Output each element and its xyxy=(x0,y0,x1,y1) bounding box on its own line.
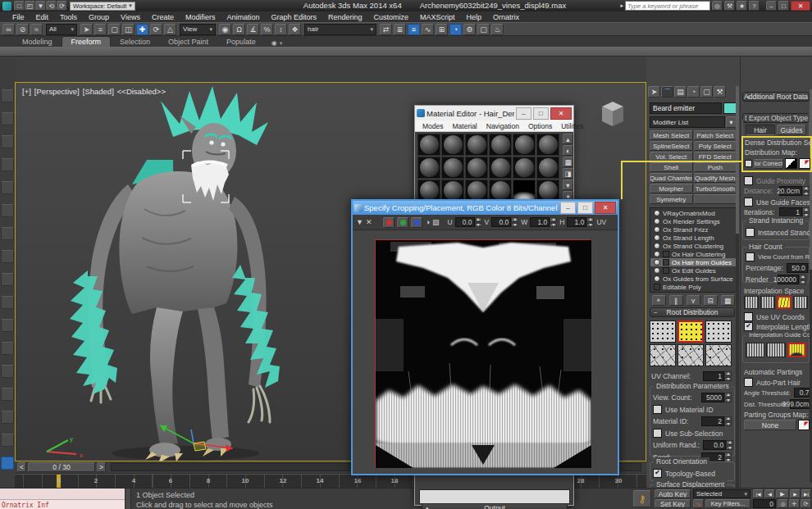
uniform-rand-value[interactable]: 0.0 xyxy=(703,440,726,450)
sample-slot[interactable] xyxy=(465,157,488,179)
modify-tab-icon[interactable]: ⌒ xyxy=(661,86,673,98)
rollout-additional-root-data[interactable]: + Additional Root Data xyxy=(742,92,810,102)
new-key-curve-icon[interactable]: ∿ xyxy=(693,499,704,508)
w-value[interactable]: 1.0 xyxy=(530,217,550,227)
open-file-icon[interactable]: ◰ xyxy=(25,1,35,11)
pin-stack-icon[interactable]: ⌖ xyxy=(652,295,666,306)
menu-edit[interactable]: Edit xyxy=(30,13,55,21)
window-crossing-icon[interactable]: ◫ xyxy=(122,24,135,35)
stack-item[interactable]: Ox Render Settings xyxy=(650,217,736,225)
v-value[interactable]: 0.0 xyxy=(491,217,511,227)
stack-item[interactable]: Ox Edit Guides xyxy=(650,266,736,275)
mirror-icon[interactable]: ⇄ xyxy=(380,24,392,35)
me-side-tool-icon[interactable]: ▴ xyxy=(563,134,573,144)
use-material-id-checkbox[interactable] xyxy=(653,405,662,414)
side-tool-icon[interactable] xyxy=(1,411,14,424)
blue-channel-icon[interactable] xyxy=(411,217,422,228)
parting-map-none-button[interactable]: None xyxy=(744,420,796,430)
search-binoculars-icon[interactable]: ◎ xyxy=(712,1,723,11)
menu-file[interactable]: File xyxy=(7,13,30,21)
color-correction-map-button[interactable]: ( Color Correction ) xyxy=(754,159,783,169)
maximize-button[interactable]: □ xyxy=(778,1,789,11)
spinner-arrows[interactable] xyxy=(724,393,732,402)
search-flyout-icon[interactable]: ▸ xyxy=(620,2,623,9)
guide-count-thumb-selected[interactable] xyxy=(787,343,806,357)
me-side-tool-icon[interactable]: ◐ xyxy=(563,145,573,156)
create-tab-icon[interactable]: ➤ xyxy=(648,86,660,98)
new-file-icon[interactable]: □ xyxy=(14,1,25,11)
expand-box-icon[interactable] xyxy=(663,259,669,266)
modifier-button[interactable] xyxy=(694,194,737,204)
sample-slot[interactable] xyxy=(489,180,512,202)
menu-animation[interactable]: Animation xyxy=(221,13,265,21)
modifier-button[interactable]: Morpher xyxy=(650,184,693,193)
me-menu-navigation[interactable]: Navigation xyxy=(482,122,523,130)
sample-slot[interactable] xyxy=(465,180,488,202)
spinner-arrows[interactable] xyxy=(511,217,518,227)
spinner-arrows[interactable] xyxy=(799,275,806,284)
close-button[interactable]: ✕ xyxy=(791,1,810,11)
redo-icon[interactable]: ⟳ xyxy=(57,1,67,11)
auto-key-button[interactable]: Auto Key xyxy=(655,489,691,498)
visibility-bulb-icon[interactable] xyxy=(654,251,660,257)
modifier-button[interactable]: Patch Select xyxy=(694,130,737,140)
distribution-thumb-selected[interactable] xyxy=(677,320,704,343)
distribution-thumb[interactable] xyxy=(705,320,732,343)
menu-views[interactable]: Views xyxy=(115,13,146,21)
spinner-snap-icon[interactable]: ↕ xyxy=(275,24,287,35)
side-tool-icon[interactable] xyxy=(1,342,14,355)
distribution-thumb[interactable] xyxy=(677,344,704,366)
dist-threshold-value[interactable]: 999.0cm xyxy=(790,399,811,409)
close-button[interactable]: ✕ xyxy=(550,107,572,120)
me-menu-utilities[interactable]: Utilities xyxy=(557,122,587,130)
display-tab-icon[interactable]: ▢ xyxy=(700,86,713,98)
menu-create[interactable]: Create xyxy=(146,13,180,21)
schematic-view-icon[interactable]: ⊞ xyxy=(436,24,448,35)
menu-group[interactable]: Group xyxy=(83,13,115,21)
visibility-bulb-icon[interactable] xyxy=(654,275,660,282)
menu-help[interactable]: Help xyxy=(461,13,488,21)
mono-channel-icon[interactable]: ◑ xyxy=(425,218,429,226)
delete-image-icon[interactable]: ✕ xyxy=(366,218,372,226)
interpolate-length-checkbox[interactable] xyxy=(744,322,753,331)
crop-placement-dialog[interactable]: Specify Cropping/Placement, RGB Color 8 … xyxy=(351,199,619,475)
sample-slot[interactable] xyxy=(441,134,464,156)
sample-slot[interactable] xyxy=(417,157,440,179)
select-link-icon[interactable]: ∞ xyxy=(2,24,15,35)
tab-object-paint[interactable]: Object Paint xyxy=(159,37,217,47)
visibility-bulb-icon[interactable] xyxy=(654,259,660,266)
crop-dialog-titlebar[interactable]: Specify Cropping/Placement, RGB Color 8 … xyxy=(353,201,618,215)
map-clear-icon[interactable]: ◤ xyxy=(799,158,810,169)
map-preview-swatch[interactable] xyxy=(785,158,797,169)
use-uv-coords-checkbox[interactable] xyxy=(744,312,753,321)
previous-frame-icon[interactable]: ◀ xyxy=(764,489,775,498)
export-guides-button[interactable]: Guides xyxy=(777,125,806,135)
visibility-bulb-icon[interactable] xyxy=(654,226,660,233)
side-tool-icon[interactable] xyxy=(1,319,14,332)
stack-item[interactable]: Ox Hair Clustering xyxy=(650,250,736,258)
tab-modeling[interactable]: Modeling xyxy=(13,37,62,47)
zoom-tool-icon[interactable]: ◎ xyxy=(778,499,788,508)
side-tool-icon[interactable] xyxy=(1,89,14,102)
distribution-thumb[interactable] xyxy=(705,344,732,366)
configure-modifier-sets-icon[interactable]: ▦ xyxy=(721,295,735,306)
side-tool-icon[interactable] xyxy=(1,227,14,240)
modifier-button[interactable]: TurboSmooth xyxy=(694,184,737,193)
rectangular-region-icon[interactable]: ▢ xyxy=(108,24,121,35)
me-menu-options[interactable]: Options xyxy=(524,122,556,130)
key-filters-button[interactable]: Key Filters... xyxy=(705,499,750,508)
topology-based-checkbox[interactable] xyxy=(653,469,662,478)
use-guide-faces-checkbox[interactable] xyxy=(744,198,753,207)
chevron-down-icon[interactable]: ▾ xyxy=(280,40,283,47)
snap-toggle-icon[interactable]: Ω xyxy=(233,24,245,35)
expand-box-icon[interactable] xyxy=(654,284,660,290)
red-channel-icon[interactable] xyxy=(383,217,395,228)
me-side-tool-icon[interactable]: ▾ xyxy=(563,180,573,190)
rendered-frame-window-icon[interactable]: ▢ xyxy=(477,24,490,35)
side-tool-icon[interactable] xyxy=(1,158,14,171)
viewcube[interactable] xyxy=(598,99,627,130)
goto-end-icon[interactable]: ▶| xyxy=(801,489,811,498)
visibility-bulb-icon[interactable] xyxy=(654,234,660,241)
set-key-button[interactable]: Set Key xyxy=(655,499,691,508)
stack-item-selected[interactable]: Ox Hair from Guides xyxy=(650,258,736,266)
